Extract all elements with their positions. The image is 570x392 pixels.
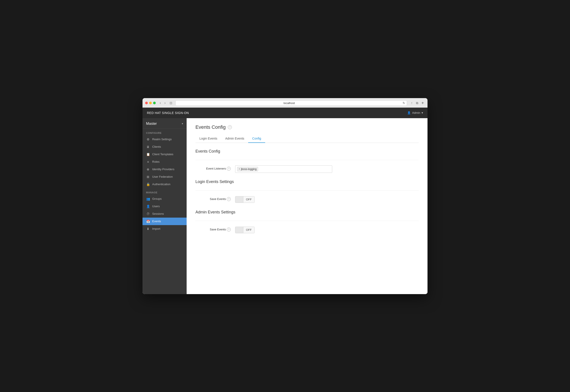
event-listeners-help-icon[interactable]: ? [227, 167, 231, 171]
login-events-settings-section: Login Events Settings Save Events ? OFF [195, 180, 419, 203]
address-bar-wrapper: ↻ [175, 100, 407, 106]
sidebar-item-label: Events [152, 220, 161, 223]
forward-button[interactable]: › [163, 101, 166, 105]
toggle-label: OFF [243, 227, 254, 233]
save-events-help-icon[interactable]: ? [227, 197, 231, 201]
minimize-button[interactable] [149, 102, 152, 104]
users-icon: 👤 [146, 205, 150, 208]
toggle-track [235, 196, 243, 203]
traffic-lights [145, 102, 156, 104]
login-save-events-row: Save Events ? OFF [195, 196, 419, 203]
admin-menu[interactable]: 👤 Admin ▾ [407, 111, 423, 114]
share-button[interactable]: ↑ [410, 100, 414, 106]
admin-save-events-toggle-container: OFF [235, 226, 419, 234]
sidebar-item-label: Identity Providers [152, 168, 174, 171]
sidebar-item-label: Roles [152, 160, 159, 163]
tab-config[interactable]: Config [248, 135, 265, 143]
sidebar-item-label: Realm Settings [152, 138, 172, 141]
admin-save-events-control: OFF [235, 226, 419, 234]
sidebar-item-label: Client Templates [152, 153, 173, 156]
login-save-events-control: OFF [235, 196, 419, 203]
toggle-track [235, 227, 243, 233]
close-button[interactable] [145, 102, 148, 104]
groups-icon: 👥 [146, 197, 150, 201]
sidebar-item-label: Clients [152, 145, 161, 148]
toggle-label: OFF [243, 196, 254, 203]
sidebar-item-sessions[interactable]: ⏱ Sessions [142, 210, 187, 218]
admin-save-events-row: Save Events ? OFF [195, 226, 419, 234]
client-templates-icon: 📋 [146, 153, 150, 156]
login-section-divider [195, 190, 419, 191]
sidebar-item-label: Users [152, 205, 160, 208]
sidebar: Master ▾ Configure ⚙ Realm Settings 🖥 Cl… [142, 118, 187, 294]
user-federation-icon: ⊞ [146, 175, 150, 179]
sidebar-item-label: Import [152, 227, 160, 230]
page-help-icon[interactable]: ? [228, 125, 232, 129]
admin-chevron-icon: ▾ [422, 111, 423, 114]
tabs: Login Events Admin Events Config [195, 135, 419, 143]
maximize-button[interactable] [153, 102, 156, 104]
browser-chrome: ‹ › ⊡ ↻ ↑ ⧉ + [142, 98, 428, 108]
sidebar-item-client-templates[interactable]: 📋 Client Templates [142, 151, 187, 158]
sidebar-item-roles[interactable]: ≡ Roles [142, 158, 187, 166]
content: Events Config ? Login Events Admin Event… [187, 118, 428, 294]
app-body: RED HAT SINGLE SIGN-ON 👤 Admin ▾ Master … [142, 108, 428, 294]
sidebar-item-label: User Federation [152, 175, 173, 178]
section-divider [195, 160, 419, 160]
sidebar-item-identity-providers[interactable]: ⊕ Identity Providers [142, 166, 187, 173]
browser-actions: ↑ ⧉ + [410, 100, 425, 106]
refresh-button[interactable]: ↻ [403, 101, 405, 105]
sidebar-item-groups[interactable]: 👥 Groups [142, 195, 187, 203]
import-icon: ⬇ [146, 227, 150, 231]
reader-button[interactable]: ⊡ [168, 101, 174, 105]
new-tab-button[interactable]: + [420, 100, 425, 106]
sidebar-item-clients[interactable]: 🖥 Clients [142, 143, 187, 151]
realm-chevron-icon: ▾ [182, 122, 183, 125]
brand-suffix: SINGLE SIGN-ON [161, 111, 189, 115]
address-bar[interactable] [175, 100, 407, 106]
jboss-logging-tag: × jboss-logging [237, 167, 258, 171]
event-listeners-tag-input[interactable]: × jboss-logging [235, 165, 332, 173]
tag-remove-button[interactable]: × [239, 168, 240, 170]
sidebar-item-realm-settings[interactable]: ⚙ Realm Settings [142, 136, 187, 143]
browser-toolbar: ‹ › ⊡ ↻ ↑ ⧉ + [145, 100, 425, 106]
browser-window: ‹ › ⊡ ↻ ↑ ⧉ + RED HAT SINGLE SIGN-ON 👤 A… [142, 98, 428, 294]
manage-section-label: Manage [142, 188, 187, 195]
main-layout: Master ▾ Configure ⚙ Realm Settings 🖥 Cl… [142, 118, 428, 294]
admin-save-events-help-icon[interactable]: ? [227, 227, 231, 232]
page-title: Events Config [195, 124, 226, 130]
brand-name: RED HAT [147, 111, 161, 115]
sidebar-item-authentication[interactable]: 🔒 Authentication [142, 181, 187, 188]
sidebar-item-label: Sessions [152, 212, 164, 215]
event-listeners-row: Event Listeners ? × jboss-logging [195, 165, 419, 173]
realm-selector[interactable]: Master ▾ [142, 118, 187, 128]
event-listeners-control: × jboss-logging [235, 165, 419, 173]
sidebar-item-events[interactable]: 📅 Events [142, 218, 187, 225]
sidebar-item-user-federation[interactable]: ⊞ User Federation [142, 173, 187, 181]
admin-save-events-toggle[interactable]: OFF [235, 227, 255, 233]
sessions-icon: ⏱ [146, 212, 150, 216]
tab-login-events[interactable]: Login Events [195, 135, 221, 143]
clients-icon: 🖥 [146, 145, 150, 149]
login-save-events-toggle-container: OFF [235, 196, 419, 203]
identity-providers-icon: ⊕ [146, 168, 150, 171]
admin-icon: 👤 [407, 111, 411, 114]
page-header: Events Config ? [195, 124, 419, 130]
authentication-icon: 🔒 [146, 182, 150, 186]
event-listeners-label: Event Listeners ? [195, 165, 231, 171]
sidebar-item-import[interactable]: ⬇ Import [142, 225, 187, 233]
sidebar-item-users[interactable]: 👤 Users [142, 203, 187, 210]
events-config-section-title: Events Config [195, 149, 419, 156]
events-config-section: Events Config Event Listeners ? × jboss-… [195, 149, 419, 173]
login-save-events-toggle[interactable]: OFF [235, 196, 255, 203]
login-save-events-label: Save Events ? [195, 196, 231, 201]
back-button[interactable]: ‹ [159, 101, 162, 105]
tag-label: jboss-logging [241, 168, 256, 171]
admin-events-settings-section: Admin Events Settings Save Events ? OFF [195, 210, 419, 234]
admin-label: Admin [412, 111, 420, 114]
events-icon: 📅 [146, 220, 150, 223]
tab-admin-events[interactable]: Admin Events [221, 135, 248, 143]
window-button[interactable]: ⧉ [415, 100, 420, 106]
roles-icon: ≡ [146, 160, 150, 164]
realm-settings-icon: ⚙ [146, 138, 150, 141]
